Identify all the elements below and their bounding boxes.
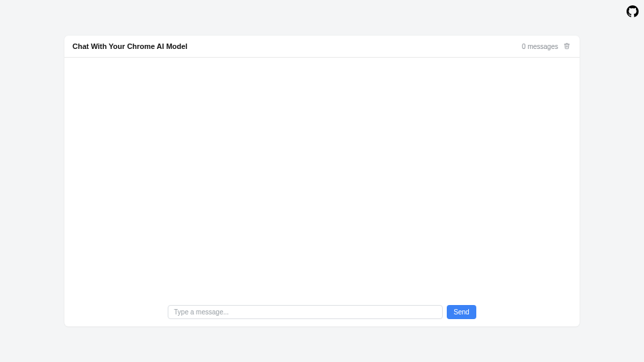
composer: Send bbox=[64, 300, 580, 326]
trash-icon bbox=[564, 40, 570, 52]
github-icon bbox=[627, 8, 639, 19]
github-link[interactable] bbox=[627, 5, 639, 17]
messages-area bbox=[64, 58, 580, 300]
chat-card: Chat With Your Chrome AI Model 0 message… bbox=[64, 36, 580, 326]
message-count: 0 messages bbox=[522, 43, 558, 50]
clear-messages-button[interactable] bbox=[562, 42, 572, 51]
header-right: 0 messages bbox=[522, 42, 572, 51]
message-input[interactable] bbox=[168, 305, 443, 319]
card-header: Chat With Your Chrome AI Model 0 message… bbox=[64, 36, 580, 58]
send-button[interactable]: Send bbox=[447, 305, 476, 319]
page-title: Chat With Your Chrome AI Model bbox=[72, 42, 187, 50]
